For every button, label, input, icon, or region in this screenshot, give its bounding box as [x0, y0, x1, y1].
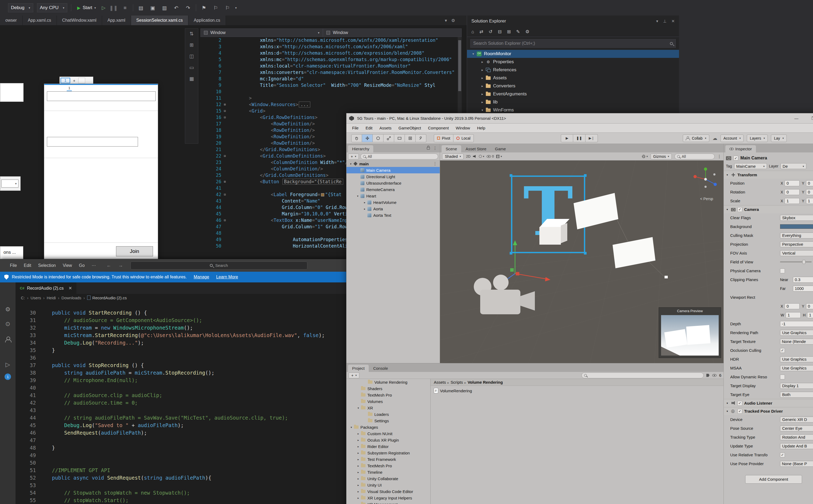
project-folder-subsystem-registration[interactable]: ▸Subsystem Registration: [346, 450, 430, 456]
wpf-tab-1[interactable]: 1: [61, 78, 70, 83]
code-line[interactable]: 41 // audioSource.clip = audioClip;: [16, 391, 346, 399]
code-line[interactable]: 36: [16, 354, 346, 361]
create-asset-button[interactable]: +▾: [349, 372, 359, 378]
unity-menubar-item[interactable]: Help: [473, 126, 489, 130]
vs-document-tabs-item[interactable]: owser: [0, 16, 23, 25]
vs-horizontal-split-icon[interactable]: ▭: [189, 65, 194, 70]
inspector-row-update-type[interactable]: Update TypeUpdate And B▾: [724, 442, 813, 450]
vs-document-tabs-item[interactable]: SessionSelector.xaml.cs: [131, 16, 188, 25]
inspector-row-viewport-rect[interactable]: Viewport Rect: [724, 293, 813, 302]
tag-dropdown[interactable]: MainCame▾: [734, 163, 767, 169]
hierarchy-search-input[interactable]: All: [360, 154, 438, 159]
project-folder-test-framework[interactable]: ▸Test Framework: [346, 456, 430, 462]
component-header-audio-listener[interactable]: ▾✓Audio Listener: [724, 399, 813, 407]
project-folder-xr-management[interactable]: ▸XR Management: [346, 501, 430, 504]
vs-document-tabs-item[interactable]: ChatWindow.xaml: [57, 16, 102, 25]
project-folder-rider-editor[interactable]: ▸Rider Editor: [346, 443, 430, 450]
code-line[interactable]: 4 xmlns:d="http://schemas.microsoft.com/…: [200, 50, 456, 56]
scene-camera-settings-icon[interactable]: ▾: [642, 155, 648, 158]
lock-icon[interactable]: [427, 147, 430, 150]
project-folder-xr[interactable]: ▾XR: [346, 405, 430, 411]
solution-explorer-search[interactable]: Search Solution Explorer (Ctrl+;): [470, 39, 676, 48]
inspector-row-device[interactable]: DeviceGeneric XR D▾: [724, 415, 813, 424]
rect-tool-icon[interactable]: [394, 134, 405, 142]
close-icon[interactable]: ✕: [671, 19, 675, 24]
run-debug-icon[interactable]: ▷: [0, 361, 16, 368]
hierarchy-item-remotecamera[interactable]: RemoteCamera: [346, 186, 440, 193]
inspector-row-physical-camera[interactable]: Physical Camera: [724, 266, 813, 275]
code-line[interactable]: 32 micStream = new WindowsMicrophoneStre…: [16, 324, 346, 331]
hierarchy-item-ultrasoundinterface[interactable]: UltrasoundInterface: [346, 180, 440, 186]
vs-swap-panes-icon[interactable]: ⇅: [189, 31, 193, 37]
inspector-row-use-relative-transfo[interactable]: Use Relative Transfo✓: [724, 450, 813, 459]
inspector-row-row[interactable]: X0Y0: [724, 302, 813, 311]
code-line[interactable]: 7 xmlns:converters="clr-namespace:Virtua…: [200, 69, 456, 76]
vs-split-icon[interactable]: ⊞: [189, 42, 193, 48]
vs-pane-header-right[interactable]: Window: [323, 28, 462, 37]
code-line[interactable]: 55 // stopWatch.Start();: [16, 496, 346, 504]
breadcrumb-item[interactable]: Downloads: [61, 296, 85, 300]
vs-bookmark-next-icon[interactable]: ⚐: [223, 5, 232, 11]
code-line[interactable]: 34 Debug.Log("Recording...");: [16, 339, 346, 346]
vscode-menubar-item[interactable]: Edit: [20, 263, 35, 268]
gizmos-dropdown[interactable]: Gizmos▾: [651, 154, 672, 159]
step-button[interactable]: ▶❘: [585, 134, 598, 142]
breadcrumb-item[interactable]: Heidi: [47, 296, 59, 300]
code-line[interactable]: 8 mc:Ignorable="d": [200, 76, 456, 82]
tab-inspector[interactable]: Inspector: [725, 145, 756, 152]
shading-mode-dropdown[interactable]: Shaded▾: [442, 154, 464, 159]
component-header-camera[interactable]: ▾✓Camera: [724, 205, 813, 213]
code-line[interactable]: 11 >: [200, 95, 456, 101]
wpf-add-tab-button[interactable]: +: [71, 78, 77, 83]
layers-dropdown[interactable]: Layers▾: [747, 135, 768, 142]
project-folder-textmesh-pro[interactable]: TextMesh Pro: [346, 392, 430, 398]
camera-gizmo-model[interactable]: [469, 273, 536, 320]
gear-icon[interactable]: ⚙: [525, 29, 529, 35]
vs-pause-icon[interactable]: ❚❚: [109, 5, 117, 11]
project-folder-visual-studio-code-editor[interactable]: ▸Visual Studio Code Editor: [346, 488, 430, 495]
create-object-button[interactable]: +▾: [348, 154, 359, 159]
code-line[interactable]: 30 public void StartRecording () {: [16, 309, 346, 316]
vs-document-tabs-item[interactable]: App.xaml: [102, 16, 131, 25]
vscode-menu-overflow[interactable]: ···: [88, 263, 99, 268]
unity-menubar-item[interactable]: Component: [424, 126, 452, 130]
component-header-tracked-pose-driver[interactable]: ▾✓Tracked Pose Driver: [724, 407, 813, 415]
hierarchy-item-main[interactable]: ▾main⋮: [346, 160, 440, 167]
hierarchy-item-main-camera[interactable]: Main Camera: [346, 167, 440, 173]
account-icon[interactable]: [5, 337, 10, 342]
inspector-row-rendering-path[interactable]: Rendering PathUse Graphics▾: [724, 328, 813, 337]
vs-debug-config-dropdown[interactable]: Debug▾: [8, 3, 33, 12]
code-line[interactable]: 38 string audioFilePath = micStream.Stop…: [16, 369, 346, 376]
inspector-row-row[interactable]: W1H1: [724, 311, 813, 319]
scene-lighting-icon[interactable]: ▾: [479, 155, 484, 158]
vscode-menubar-item[interactable]: View: [59, 263, 75, 268]
breadcrumb-item[interactable]: C:: [21, 296, 28, 300]
code-line[interactable]: 53: [16, 481, 346, 489]
vs-toolbar-overflow-icon[interactable]: ▾: [235, 6, 237, 10]
inspector-row-use-pose-provider[interactable]: Use Pose ProviderNone (Base P: [724, 459, 813, 468]
wpf-inner-tab[interactable]: 1: [67, 86, 72, 91]
show-all-files-icon[interactable]: ⊞: [507, 29, 511, 35]
code-line[interactable]: 45 Debug.Log("Saved to " + audioFilePath…: [16, 421, 346, 429]
account-dropdown[interactable]: Account▾: [721, 135, 744, 142]
vscode-menubar-item[interactable]: File: [6, 263, 20, 268]
vs-undo-icon[interactable]: ↶: [172, 5, 180, 11]
wpf-session-input[interactable]: [47, 137, 138, 147]
code-line[interactable]: 49: [16, 451, 346, 459]
wpf-name-input[interactable]: [47, 91, 156, 101]
inspector-row-scale[interactable]: ScaleX1Y1Z1: [724, 196, 813, 205]
local-toggle[interactable]: Local: [453, 134, 473, 142]
project-folder-oculus-xr-plugin[interactable]: ▸Oculus XR Plugin: [346, 437, 430, 443]
project-folder-textmesh-pro[interactable]: ▸TextMesh Pro: [346, 462, 430, 469]
project-folder-custom-nunit[interactable]: ▸Custom NUnit: [346, 430, 430, 437]
solution-item-assets[interactable]: ▸Assets: [467, 74, 679, 82]
white-quad-object[interactable]: [613, 237, 655, 268]
hidden-count-icon[interactable]: [712, 374, 717, 377]
play-button[interactable]: ▶: [561, 134, 573, 142]
code-line[interactable]: 37 public void StopRecording () {: [16, 361, 346, 369]
chevron-down-icon[interactable]: ▾: [445, 18, 447, 23]
project-folder-unity-collaborate[interactable]: ▸Unity Collaborate: [346, 475, 430, 482]
project-tab-bar-item[interactable]: Project: [348, 365, 369, 372]
inspector-row-fov-axis[interactable]: FOV AxisVertical▾: [724, 249, 813, 257]
inspector-row-clear-flags[interactable]: Clear FlagsSkybox▾: [724, 213, 813, 222]
